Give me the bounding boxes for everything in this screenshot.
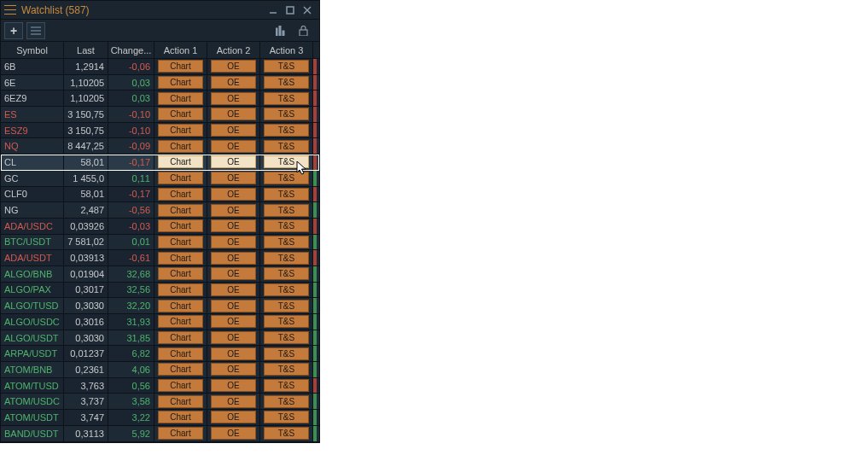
table-row[interactable]: BAND/USDT0,31135,92ChartOET&S [1, 426, 319, 442]
oe-button[interactable]: OE [211, 124, 256, 137]
table-row[interactable]: ES3 150,75-0,10ChartOET&S [1, 107, 319, 123]
table-row[interactable]: ATOM/BNB0,23614,06ChartOET&S [1, 362, 319, 378]
chart-button[interactable]: Chart [158, 204, 203, 217]
chart-button[interactable]: Chart [158, 76, 203, 89]
table-row[interactable]: NG2,487-0,56ChartOET&S [1, 202, 319, 219]
header-action3[interactable]: Action 3 [260, 42, 313, 58]
ts-button[interactable]: T&S [264, 252, 309, 265]
oe-button[interactable]: OE [211, 188, 256, 201]
chart-button[interactable]: Chart [158, 124, 203, 137]
ts-button[interactable]: T&S [264, 124, 309, 137]
oe-button[interactable]: OE [211, 108, 256, 120]
table-row[interactable]: ATOM/USDT3,7473,22ChartOET&S [1, 410, 319, 426]
table-row[interactable]: CLF058,01-0,17ChartOET&S [1, 187, 319, 203]
chart-button[interactable]: Chart [158, 236, 203, 248]
chart-button[interactable]: Chart [158, 347, 203, 360]
ts-button[interactable]: T&S [264, 395, 309, 408]
table-row[interactable]: CL58,01-0,17ChartOET&S [1, 155, 319, 171]
table-row[interactable]: 6EZ91,102050,03ChartOET&S [1, 90, 319, 107]
chart-button[interactable]: Chart [158, 395, 203, 408]
oe-button[interactable]: OE [211, 155, 256, 168]
maximize-button[interactable] [282, 3, 299, 18]
ts-button[interactable]: T&S [264, 140, 309, 153]
ts-button[interactable]: T&S [264, 204, 309, 217]
table-row[interactable]: ESZ93 150,75-0,10ChartOET&S [1, 123, 319, 139]
ts-button[interactable]: T&S [264, 411, 309, 423]
ts-button[interactable]: T&S [264, 219, 309, 232]
ts-button[interactable]: T&S [264, 60, 309, 73]
chart-button[interactable]: Chart [158, 155, 203, 168]
ts-button[interactable]: T&S [264, 379, 309, 392]
oe-button[interactable]: OE [211, 267, 256, 280]
oe-button[interactable]: OE [211, 331, 256, 344]
ts-button[interactable]: T&S [264, 188, 309, 201]
table-row[interactable]: ALGO/USDT0,303031,85ChartOET&S [1, 330, 319, 347]
chart-button[interactable]: Chart [158, 267, 203, 280]
ts-button[interactable]: T&S [264, 92, 309, 105]
chart-button[interactable]: Chart [158, 188, 203, 201]
oe-button[interactable]: OE [211, 204, 256, 217]
oe-button[interactable]: OE [211, 236, 256, 248]
chart-button[interactable]: Chart [158, 411, 203, 423]
ts-button[interactable]: T&S [264, 315, 309, 328]
table-row[interactable]: ADA/USDT0,03913-0,61ChartOET&S [1, 250, 319, 266]
table-row[interactable]: 6E1,102050,03ChartOET&S [1, 75, 319, 91]
ts-button[interactable]: T&S [264, 76, 309, 89]
ts-button[interactable]: T&S [264, 363, 309, 376]
minimize-button[interactable] [265, 3, 282, 18]
oe-button[interactable]: OE [211, 219, 256, 232]
table-row[interactable]: NQ8 447,25-0,09ChartOET&S [1, 138, 319, 155]
table-row[interactable]: ALGO/TUSD0,303032,20ChartOET&S [1, 298, 319, 314]
list-view-button[interactable] [26, 22, 45, 39]
chart-button[interactable]: Chart [158, 427, 203, 440]
chart-button[interactable]: Chart [158, 140, 203, 153]
ts-button[interactable]: T&S [264, 267, 309, 280]
ts-button[interactable]: T&S [264, 300, 309, 312]
chart-button[interactable]: Chart [158, 60, 203, 73]
chart-button[interactable]: Chart [158, 331, 203, 344]
table-row[interactable]: ARPA/USDT0,012376,82ChartOET&S [1, 346, 319, 362]
table-row[interactable]: ATOM/USDC3,7373,58ChartOET&S [1, 394, 319, 410]
lock-button[interactable] [294, 22, 312, 39]
add-button[interactable]: + [4, 22, 23, 39]
titlebar[interactable]: Watchlist (587) [1, 1, 319, 20]
header-action2[interactable]: Action 2 [207, 42, 260, 58]
oe-button[interactable]: OE [211, 411, 256, 423]
table-row[interactable]: 6B1,2914-0,06ChartOET&S [1, 59, 319, 75]
ts-button[interactable]: T&S [264, 283, 309, 296]
oe-button[interactable]: OE [211, 427, 256, 440]
oe-button[interactable]: OE [211, 379, 256, 392]
ts-button[interactable]: T&S [264, 427, 309, 440]
menu-icon[interactable] [4, 4, 16, 16]
table-row[interactable]: ATOM/TUSD3,7630,56ChartOET&S [1, 378, 319, 394]
oe-button[interactable]: OE [211, 363, 256, 376]
header-change[interactable]: Change... [108, 42, 154, 58]
oe-button[interactable]: OE [211, 140, 256, 153]
header-last[interactable]: Last [64, 42, 108, 58]
oe-button[interactable]: OE [211, 283, 256, 296]
oe-button[interactable]: OE [211, 172, 256, 184]
ts-button[interactable]: T&S [264, 155, 309, 168]
table-row[interactable]: ALGO/USDC0,301631,93ChartOET&S [1, 314, 319, 330]
header-action1[interactable]: Action 1 [154, 42, 207, 58]
oe-button[interactable]: OE [211, 300, 256, 312]
oe-button[interactable]: OE [211, 315, 256, 328]
table-row[interactable]: ALGO/BNB0,0190432,68ChartOET&S [1, 266, 319, 283]
oe-button[interactable]: OE [211, 76, 256, 89]
oe-button[interactable]: OE [211, 92, 256, 105]
columns-button[interactable] [271, 22, 290, 39]
oe-button[interactable]: OE [211, 395, 256, 408]
oe-button[interactable]: OE [211, 347, 256, 360]
table-row[interactable]: ALGO/PAX0,301732,56ChartOET&S [1, 283, 319, 299]
chart-button[interactable]: Chart [158, 252, 203, 265]
ts-button[interactable]: T&S [264, 331, 309, 344]
chart-button[interactable]: Chart [158, 92, 203, 105]
close-button[interactable] [299, 3, 316, 18]
chart-button[interactable]: Chart [158, 219, 203, 232]
chart-button[interactable]: Chart [158, 363, 203, 376]
table-row[interactable]: GC1 455,00,11ChartOET&S [1, 171, 319, 187]
header-symbol[interactable]: Symbol [1, 42, 64, 58]
table-row[interactable]: ADA/USDC0,03926-0,03ChartOET&S [1, 219, 319, 235]
chart-button[interactable]: Chart [158, 315, 203, 328]
chart-button[interactable]: Chart [158, 300, 203, 312]
